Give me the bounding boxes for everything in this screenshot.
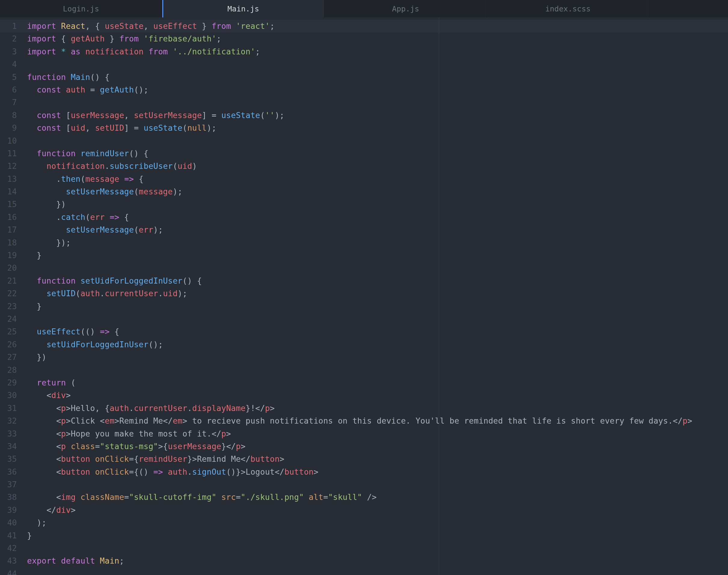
- code-line: [27, 542, 728, 554]
- code-line: const [userMessage, setUserMessage] = us…: [27, 109, 728, 122]
- line-number: 29: [0, 376, 22, 389]
- code-line: [27, 135, 728, 147]
- code-line: }: [27, 249, 728, 262]
- line-number: 35: [0, 453, 22, 465]
- line-number: 28: [0, 364, 22, 376]
- editor-area[interactable]: 1234567891011121314151617181920212223242…: [0, 18, 728, 575]
- line-number: 20: [0, 262, 22, 274]
- line-number: 32: [0, 414, 22, 427]
- tab-index-scss[interactable]: index.scss: [487, 0, 649, 18]
- tab-label: Main.js: [227, 4, 259, 13]
- code-line: const [uid, setUID] = useState(null);: [27, 122, 728, 134]
- code-line: <button onClick={remindUser}>Remind Me</…: [27, 453, 728, 465]
- code-line: }: [27, 529, 728, 542]
- code-line: [27, 262, 728, 274]
- code-line: useEffect(() => {: [27, 325, 728, 338]
- code-line: });: [27, 236, 728, 249]
- code-line: function Main() {: [27, 71, 728, 83]
- tab-main-js[interactable]: Main.js: [162, 0, 325, 18]
- line-number: 2: [0, 32, 22, 45]
- line-number: 10: [0, 135, 22, 147]
- code-line: const auth = getAuth();: [27, 83, 728, 96]
- code-line: import React, { useState, useEffect } fr…: [27, 20, 728, 32]
- line-number: 22: [0, 287, 22, 300]
- code-line: import * as notification from '../notifi…: [27, 45, 728, 58]
- line-number: 14: [0, 185, 22, 198]
- code-line: return (: [27, 376, 728, 389]
- line-number: 31: [0, 402, 22, 414]
- code-line: );: [27, 516, 728, 529]
- line-number: 21: [0, 275, 22, 287]
- line-number: 6: [0, 83, 22, 96]
- code-line: .catch(err => {: [27, 211, 728, 224]
- line-number: 18: [0, 236, 22, 249]
- code-line: notification.subscribeUser(uid): [27, 160, 728, 172]
- code-line: function remindUser() {: [27, 147, 728, 160]
- line-number: 42: [0, 542, 22, 554]
- line-number: 4: [0, 58, 22, 71]
- code-line: <p>Hope you make the most of it.</p>: [27, 428, 728, 440]
- code-line: setUID(auth.currentUser.uid);: [27, 287, 728, 300]
- line-number: 12: [0, 160, 22, 172]
- code-line: [27, 364, 728, 376]
- code-line: }): [27, 351, 728, 364]
- code-line: [27, 478, 728, 491]
- line-number: 15: [0, 198, 22, 211]
- code-line: <div>: [27, 389, 728, 402]
- tab-label: Login.js: [63, 4, 99, 13]
- line-number: 33: [0, 428, 22, 440]
- code-content[interactable]: import React, { useState, useEffect } fr…: [22, 18, 728, 575]
- line-number: 25: [0, 325, 22, 338]
- line-number: 24: [0, 313, 22, 325]
- line-number: 36: [0, 466, 22, 478]
- code-line: .then(message => {: [27, 173, 728, 185]
- line-number: 16: [0, 211, 22, 224]
- tab-bar: Login.js Main.js App.js index.scss: [0, 0, 728, 18]
- line-number: 13: [0, 173, 22, 185]
- line-number: 34: [0, 440, 22, 453]
- code-line: import { getAuth } from 'firebase/auth';: [27, 32, 728, 45]
- line-number: 7: [0, 96, 22, 109]
- line-number: 8: [0, 109, 22, 122]
- code-line: function setUidForLoggedInUser() {: [27, 275, 728, 287]
- code-line: setUserMessage(err);: [27, 224, 728, 236]
- line-number: 5: [0, 71, 22, 83]
- code-line: </div>: [27, 504, 728, 516]
- line-number: 1: [0, 20, 22, 32]
- line-number: 3: [0, 45, 22, 58]
- tab-login-js[interactable]: Login.js: [0, 0, 162, 18]
- line-number: 17: [0, 224, 22, 236]
- code-line: [27, 313, 728, 325]
- line-number: 30: [0, 389, 22, 402]
- line-number: 43: [0, 554, 22, 567]
- line-number: 38: [0, 491, 22, 504]
- line-number: 41: [0, 529, 22, 542]
- code-line: [27, 568, 728, 575]
- code-line: <button onClick={() => auth.signOut()}>L…: [27, 466, 728, 478]
- line-number: 44: [0, 568, 22, 575]
- code-line: setUserMessage(message);: [27, 185, 728, 198]
- tab-label: index.scss: [545, 4, 591, 13]
- line-number: 19: [0, 249, 22, 262]
- line-number: 39: [0, 504, 22, 516]
- line-number: 11: [0, 147, 22, 160]
- line-number: 27: [0, 351, 22, 364]
- code-line: <p>Click <em>Remind Me</em> to recieve p…: [27, 414, 728, 427]
- code-line: [27, 96, 728, 109]
- line-number: 37: [0, 478, 22, 491]
- code-line: <img className="skull-cutoff-img" src=".…: [27, 491, 728, 504]
- tab-app-js[interactable]: App.js: [325, 0, 487, 18]
- code-line: }): [27, 198, 728, 211]
- line-number: 23: [0, 300, 22, 313]
- code-line: export default Main;: [27, 554, 728, 567]
- line-number: 9: [0, 122, 22, 134]
- code-line: <p class="status-msg">{userMessage}</p>: [27, 440, 728, 453]
- code-line: [27, 58, 728, 71]
- line-number-gutter: 1234567891011121314151617181920212223242…: [0, 18, 22, 575]
- line-number: 40: [0, 516, 22, 529]
- code-line: }: [27, 300, 728, 313]
- code-line: <p>Hello, {auth.currentUser.displayName}…: [27, 402, 728, 414]
- tab-label: App.js: [392, 4, 419, 13]
- line-number: 26: [0, 338, 22, 351]
- code-line: setUidForLoggedInUser();: [27, 338, 728, 351]
